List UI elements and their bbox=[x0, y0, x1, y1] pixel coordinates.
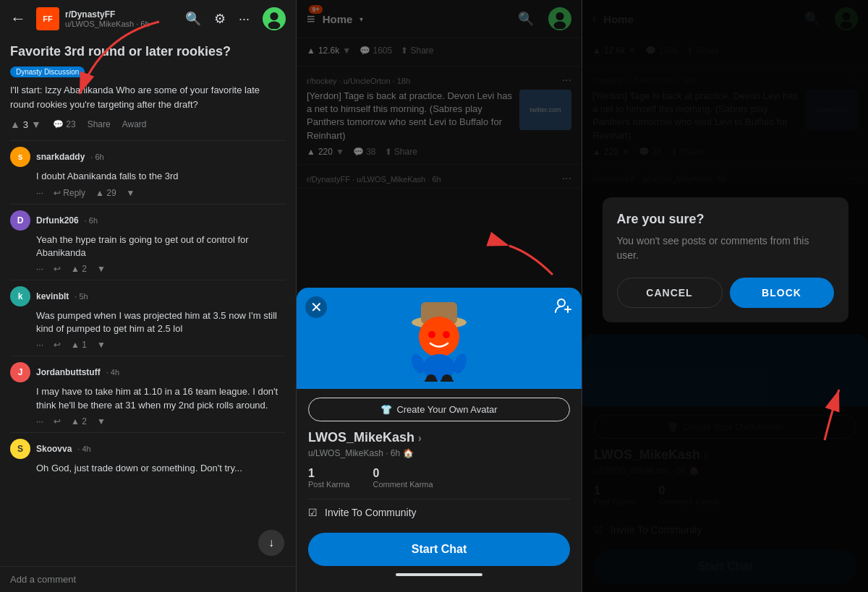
post-body: I'll start: Izzy Abanikanda Who are some… bbox=[10, 83, 286, 111]
left-header: ← FF r/DynastyFF u/LWOS_MikeKash · 6h 🔍 … bbox=[0, 0, 296, 38]
comment-actions: ··· ↩ ▲ 1 ▼ bbox=[36, 340, 286, 350]
comment-body: I doubt Abanikanda falls to the 3rd bbox=[36, 170, 286, 183]
bottom-indicator bbox=[396, 573, 482, 576]
comment-time: · 6h bbox=[90, 153, 103, 161]
more-icon[interactable]: ··· bbox=[239, 12, 250, 27]
close-button[interactable]: ✕ bbox=[305, 296, 327, 318]
community-avatar: FF bbox=[36, 7, 59, 30]
block-dialog-subtitle: You won't see posts or comments from thi… bbox=[617, 234, 834, 262]
comment-actions: ··· ↩ ▲ 2 ▼ bbox=[36, 264, 286, 274]
profile-body: 👕 Create Your Own Avatar LWOS_MikeKash ›… bbox=[297, 389, 582, 592]
upvote-button[interactable]: ▲ 2 bbox=[71, 416, 87, 426]
comment-icon[interactable]: 💬 23 bbox=[53, 119, 76, 129]
comment-username[interactable]: Skoovva bbox=[36, 444, 72, 454]
comment-actions: ··· ↩ Reply ▲ 29 ▼ bbox=[36, 188, 286, 198]
block-dialog-actions: CANCEL BLOCK bbox=[617, 278, 834, 308]
back-button[interactable]: ← bbox=[10, 9, 26, 28]
middle-panel: ≡ 9+ Home ▾ 🔍 ▲ 12.6k ▼ 💬 1605 ⬆ Share r… bbox=[297, 0, 582, 592]
cancel-button[interactable]: CANCEL bbox=[617, 278, 723, 308]
comment-username[interactable]: Jordanbuttstuff bbox=[36, 367, 101, 377]
upvote-button[interactable]: ▲ 2 bbox=[71, 264, 87, 274]
scroll-down-button[interactable]: ↓ bbox=[258, 530, 284, 556]
comment-item: S Skoovva · 4h Oh God, just trade down o… bbox=[10, 432, 286, 485]
block-dialog-overlay: Are you sure? You won't see posts or com… bbox=[582, 0, 868, 592]
snoo-avatar bbox=[399, 295, 479, 382]
start-chat-button[interactable]: Start Chat bbox=[308, 533, 570, 566]
vote-count: 3 bbox=[23, 119, 28, 130]
more-options[interactable]: ··· bbox=[36, 188, 43, 198]
comment-karma-label: Comment Karma bbox=[373, 480, 433, 489]
comment-username[interactable]: Drfunk206 bbox=[36, 215, 79, 226]
more-options[interactable]: ··· bbox=[36, 264, 43, 274]
comment-username[interactable]: kevinblt bbox=[36, 291, 69, 301]
more-options[interactable]: ··· bbox=[36, 416, 43, 426]
svg-point-12 bbox=[419, 317, 459, 357]
post-title: Favorite 3rd round or later rookies? bbox=[10, 43, 286, 60]
add-comment-bar[interactable]: Add a comment bbox=[0, 566, 296, 592]
profile-overlay: ✕ bbox=[297, 0, 582, 592]
add-friend-icon[interactable] bbox=[554, 296, 573, 319]
post-karma-label: Post Karma bbox=[308, 480, 349, 489]
upvote-icon[interactable]: ▲ bbox=[10, 119, 20, 130]
block-button[interactable]: BLOCK bbox=[730, 278, 834, 308]
comment-time: · 5h bbox=[75, 292, 88, 301]
comment-item: J Jordanbuttstuff · 4h I may have to tak… bbox=[10, 356, 286, 432]
upvote-button[interactable]: ▲ 29 bbox=[95, 188, 116, 198]
downvote-button[interactable]: ▼ bbox=[97, 264, 106, 274]
profile-card: ✕ bbox=[297, 288, 582, 592]
svg-point-14 bbox=[443, 331, 450, 338]
profile-handle: u/LWOS_MikeKash · 6h 🏠 bbox=[308, 448, 570, 458]
post-area: Favorite 3rd round or later rookies? Dyn… bbox=[0, 38, 296, 566]
downvote-button[interactable]: ▼ bbox=[127, 188, 135, 198]
downvote-button[interactable]: ▼ bbox=[97, 340, 106, 350]
reply-button[interactable]: ↩ bbox=[54, 264, 61, 274]
comment-body: Yeah the hype train is going to get out … bbox=[36, 233, 286, 259]
right-panel: ‹ Home 🔍 ▲ 12.6k ▼ 💬 1004 ⬆ Share r/hock… bbox=[582, 0, 868, 592]
profile-username[interactable]: LWOS_MikeKash › bbox=[308, 430, 570, 445]
karma-row: 1 Post Karma 0 Comment Karma bbox=[308, 467, 570, 489]
comment-actions: ··· ↩ ▲ 2 ▼ bbox=[36, 416, 286, 426]
downvote-icon[interactable]: ▼ bbox=[31, 119, 41, 130]
downvote-button[interactable]: ▼ bbox=[97, 416, 106, 426]
comment-body: Was pumped when I was projected him at 3… bbox=[36, 309, 286, 335]
comment-item: k kevinblt · 5h Was pumped when I was pr… bbox=[10, 280, 286, 356]
create-avatar-button[interactable]: 👕 Create Your Own Avatar bbox=[308, 398, 570, 421]
profile-header-bg: ✕ bbox=[297, 288, 582, 389]
comment-karma-value: 0 bbox=[373, 467, 433, 480]
comment-time: · 4h bbox=[106, 368, 119, 377]
award-button[interactable]: Award bbox=[122, 119, 147, 129]
post-user-time: u/LWOS_MikeKash · 6h bbox=[65, 20, 150, 28]
svg-point-7 bbox=[558, 299, 565, 306]
comment-body: Oh God, just trade down or something. Do… bbox=[36, 462, 286, 475]
more-options[interactable]: ··· bbox=[36, 340, 43, 350]
comment-item: s snarkdaddy · 6h I doubt Abanikanda fal… bbox=[10, 140, 286, 203]
reply-button[interactable]: ↩ bbox=[54, 340, 61, 350]
invite-icon: ☑ bbox=[308, 507, 318, 518]
upvote-button[interactable]: ▲ 1 bbox=[71, 340, 87, 350]
left-panel: ← FF r/DynastyFF u/LWOS_MikeKash · 6h 🔍 … bbox=[0, 0, 297, 592]
comment-time: · 4h bbox=[77, 445, 90, 453]
block-dialog-title: Are you sure? bbox=[617, 212, 834, 227]
comment-item: D Drfunk206 · 6h Yeah the hype train is … bbox=[10, 204, 286, 280]
share-button[interactable]: Share bbox=[88, 119, 111, 129]
reply-button[interactable]: ↩ bbox=[54, 416, 61, 426]
post-karma-value: 1 bbox=[308, 467, 349, 480]
svg-point-13 bbox=[428, 331, 435, 338]
filter-icon[interactable]: ⚙ bbox=[214, 11, 226, 27]
user-avatar[interactable] bbox=[263, 7, 286, 30]
comment-body: I may have to take him at 1.10 in a 16 t… bbox=[36, 385, 286, 411]
svg-point-1 bbox=[270, 12, 278, 20]
hanger-icon: 👕 bbox=[380, 404, 392, 415]
community-name[interactable]: r/DynastyFF bbox=[65, 9, 150, 20]
invite-community-row[interactable]: ☑ Invite To Community bbox=[308, 499, 570, 525]
flair-badge[interactable]: Dynasty Discussion bbox=[10, 67, 85, 77]
reply-button[interactable]: ↩ Reply bbox=[54, 188, 85, 198]
block-dialog: Are you sure? You won't see posts or com… bbox=[603, 197, 848, 322]
comment-username[interactable]: snarkdaddy bbox=[36, 152, 85, 162]
search-icon[interactable]: 🔍 bbox=[185, 11, 201, 27]
comment-time: · 6h bbox=[85, 216, 98, 225]
post-actions: ▲ 3 ▼ 💬 23 Share Award bbox=[10, 119, 286, 130]
